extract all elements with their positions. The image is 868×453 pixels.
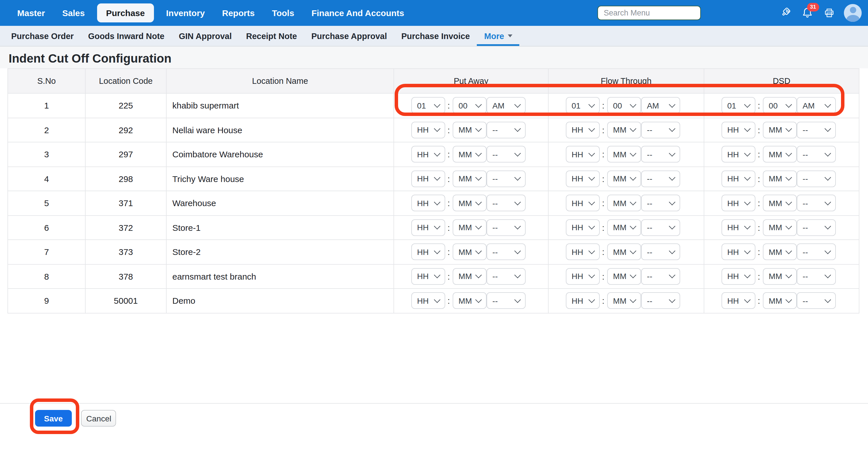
flow-through-minute-select[interactable]: MM <box>607 268 641 285</box>
put-away-minute-select[interactable]: MM <box>453 244 487 260</box>
flow-through-meridiem-select[interactable]: -- <box>641 195 680 212</box>
dsd-minute-select[interactable]: 00 <box>763 97 797 114</box>
put-away-minute-select[interactable]: MM <box>453 122 487 138</box>
dsd-meridiem-select[interactable]: -- <box>797 170 836 187</box>
put-away-minute-select[interactable]: MM <box>453 219 487 236</box>
put-away-hour-select[interactable]: HH <box>411 268 445 285</box>
dsd-meridiem-select[interactable]: -- <box>797 146 836 163</box>
dsd-meridiem-select[interactable]: -- <box>797 244 836 260</box>
put-away-minute-select[interactable]: MM <box>453 146 487 163</box>
flow-through-meridiem-select[interactable]: -- <box>641 170 680 187</box>
put-away-meridiem-select[interactable]: -- <box>487 146 526 163</box>
put-away-meridiem-select[interactable]: -- <box>487 219 526 236</box>
flow-through-meridiem-select[interactable]: AM <box>641 97 680 114</box>
dsd-meridiem-select[interactable]: -- <box>797 293 836 309</box>
flow-through-hour-select[interactable]: HH <box>566 170 600 187</box>
put-away-hour-select[interactable]: HH <box>411 219 445 236</box>
subnav-item-more[interactable]: More <box>477 26 519 46</box>
flow-through-meridiem-select[interactable]: -- <box>641 268 680 285</box>
flow-through-hour-select[interactable]: HH <box>566 146 600 163</box>
nav-item-reports[interactable]: Reports <box>213 0 263 26</box>
dsd-meridiem-select[interactable]: -- <box>797 219 836 236</box>
nav-item-master[interactable]: Master <box>9 0 54 26</box>
flow-through-minute-select[interactable]: 00 <box>607 97 641 114</box>
put-away-meridiem-select[interactable]: -- <box>487 195 526 212</box>
nav-item-inventory[interactable]: Inventory <box>157 0 213 26</box>
put-away-meridiem-select[interactable]: AM <box>487 97 526 114</box>
put-away-minute-select[interactable]: MM <box>453 195 487 212</box>
flow-through-hour-select[interactable]: HH <box>566 293 600 309</box>
put-away-hour-select[interactable]: HH <box>411 293 445 309</box>
put-away-hour-select[interactable]: HH <box>411 146 445 163</box>
dsd-hour-select[interactable]: 01 <box>721 97 755 114</box>
subnav-item-goods-inward-note[interactable]: Goods Inward Note <box>81 26 172 46</box>
flow-through-hour-select[interactable]: HH <box>566 219 600 236</box>
put-away-hour-select[interactable]: HH <box>411 244 445 260</box>
flow-through-meridiem-select[interactable]: -- <box>641 244 680 260</box>
put-away-meridiem-select[interactable]: -- <box>487 122 526 138</box>
dsd-hour-select[interactable]: HH <box>721 244 755 260</box>
user-avatar[interactable] <box>844 4 862 22</box>
subnav-item-gin-approval[interactable]: GIN Approval <box>172 26 239 46</box>
flow-through-hour-select[interactable]: HH <box>566 195 600 212</box>
put-away-minute-select[interactable]: MM <box>453 293 487 309</box>
save-button[interactable]: Save <box>35 410 72 427</box>
subnav-item-purchase-order[interactable]: Purchase Order <box>4 26 81 46</box>
dsd-hour-select[interactable]: HH <box>721 170 755 187</box>
flow-through-hour-select[interactable]: HH <box>566 122 600 138</box>
flow-through-minute-select[interactable]: MM <box>607 146 641 163</box>
flow-through-minute-select[interactable]: MM <box>607 170 641 187</box>
put-away-minute-select[interactable]: MM <box>453 268 487 285</box>
dsd-meridiem-select[interactable]: AM <box>797 97 836 114</box>
flow-through-hour-select[interactable]: 01 <box>566 97 600 114</box>
put-away-meridiem-select[interactable]: -- <box>487 244 526 260</box>
paint-brush-icon[interactable] <box>779 7 791 19</box>
print-icon[interactable] <box>824 7 835 19</box>
flow-through-minute-select[interactable]: MM <box>607 195 641 212</box>
flow-through-hour-select[interactable]: HH <box>566 244 600 260</box>
dsd-hour-select[interactable]: HH <box>721 268 755 285</box>
dsd-minute-select[interactable]: MM <box>763 122 797 138</box>
dsd-meridiem-select[interactable]: -- <box>797 122 836 138</box>
flow-through-minute-select[interactable]: MM <box>607 122 641 138</box>
put-away-hour-select[interactable]: HH <box>411 122 445 138</box>
dsd-minute-select[interactable]: MM <box>763 244 797 260</box>
put-away-hour-select[interactable]: 01 <box>411 97 445 114</box>
put-away-meridiem-select[interactable]: -- <box>487 170 526 187</box>
flow-through-meridiem-select[interactable]: -- <box>641 293 680 309</box>
search-input[interactable] <box>597 6 701 20</box>
dsd-meridiem-select[interactable]: -- <box>797 268 836 285</box>
dsd-minute-select[interactable]: MM <box>763 146 797 163</box>
dsd-hour-select[interactable]: HH <box>721 122 755 138</box>
flow-through-meridiem-select[interactable]: -- <box>641 219 680 236</box>
dsd-hour-select[interactable]: HH <box>721 195 755 212</box>
dsd-minute-select[interactable]: MM <box>763 268 797 285</box>
flow-through-minute-select[interactable]: MM <box>607 293 641 309</box>
dsd-hour-select[interactable]: HH <box>721 146 755 163</box>
put-away-hour-select[interactable]: HH <box>411 195 445 212</box>
put-away-minute-select[interactable]: MM <box>453 170 487 187</box>
flow-through-minute-select[interactable]: MM <box>607 244 641 260</box>
put-away-meridiem-select[interactable]: -- <box>487 268 526 285</box>
dsd-minute-select[interactable]: MM <box>763 219 797 236</box>
put-away-meridiem-select[interactable]: -- <box>487 293 526 309</box>
flow-through-meridiem-select[interactable]: -- <box>641 122 680 138</box>
subnav-item-purchase-approval[interactable]: Purchase Approval <box>304 26 394 46</box>
dsd-hour-select[interactable]: HH <box>721 219 755 236</box>
put-away-hour-select[interactable]: HH <box>411 170 445 187</box>
nav-item-finance-and-accounts[interactable]: Finance And Accounts <box>303 0 413 26</box>
nav-item-tools[interactable]: Tools <box>264 0 303 26</box>
flow-through-meridiem-select[interactable]: -- <box>641 146 680 163</box>
cancel-button[interactable]: Cancel <box>81 410 116 427</box>
nav-item-purchase[interactable]: Purchase <box>97 3 154 22</box>
nav-item-sales[interactable]: Sales <box>54 0 93 26</box>
flow-through-minute-select[interactable]: MM <box>607 219 641 236</box>
put-away-minute-select[interactable]: 00 <box>453 97 487 114</box>
notifications-bell-icon[interactable]: 31 <box>801 7 813 19</box>
dsd-meridiem-select[interactable]: -- <box>797 195 836 212</box>
dsd-minute-select[interactable]: MM <box>763 195 797 212</box>
subnav-item-purchase-invoice[interactable]: Purchase Invoice <box>394 26 477 46</box>
flow-through-hour-select[interactable]: HH <box>566 268 600 285</box>
dsd-hour-select[interactable]: HH <box>721 293 755 309</box>
subnav-item-receipt-note[interactable]: Receipt Note <box>239 26 304 46</box>
